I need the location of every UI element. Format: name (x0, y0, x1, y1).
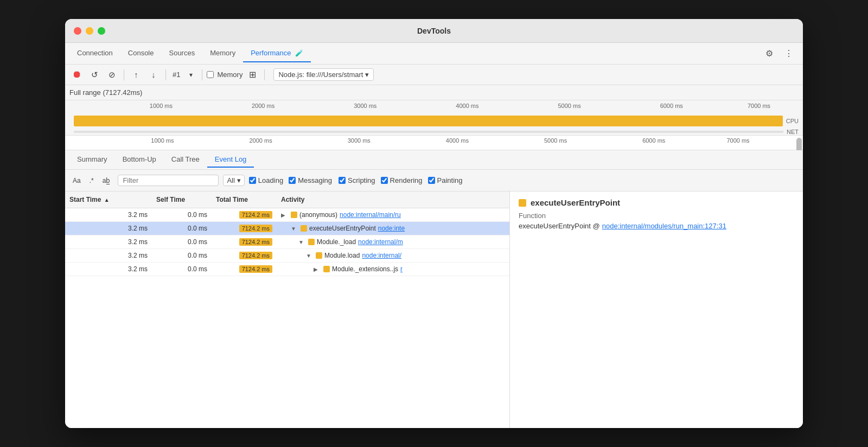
traffic-lights (74, 27, 105, 35)
table-row[interactable]: 3.2 ms 0.0 ms 7124.2 ms ▶ (anonymous) no… (65, 208, 509, 222)
td-total-time-3: 7124.2 ms (212, 249, 277, 262)
tab-connection[interactable]: Connection (69, 44, 120, 62)
table-panel: Start Time ▲ Self Time Total Time Activi… (65, 191, 510, 428)
td-start-time-3: 3.2 ms (65, 249, 152, 262)
loading-checkbox[interactable] (249, 177, 256, 184)
toolbar-separator-3 (202, 69, 202, 80)
activity-link-4[interactable]: r (400, 265, 403, 273)
td-activity-1: ▼ executeUserEntryPoint node:inte (277, 222, 509, 235)
toolbar-separator-4 (264, 69, 265, 80)
minimize-button[interactable] (86, 27, 93, 35)
toolbar-separator-1 (124, 69, 124, 80)
tab-event-log[interactable]: Event Log (207, 152, 254, 168)
ruler-bottom-4000: 4000 ms (446, 137, 469, 144)
detail-fn-text: executeUserEntryPoint @ (519, 222, 600, 230)
time-badge-3: 7124.2 ms (239, 252, 272, 259)
td-self-time-2: 0.0 ms (152, 235, 212, 248)
rendering-checkbox[interactable] (381, 177, 388, 184)
expand-arrow-4[interactable]: ▶ (314, 266, 321, 272)
toolbar-separator-2 (165, 69, 166, 80)
ruler-marks-bottom: 1000 ms 2000 ms 3000 ms 4000 ms 5000 ms … (74, 137, 776, 148)
memory-checkbox[interactable] (207, 71, 214, 78)
settings-icon[interactable]: ⚙ (762, 46, 777, 61)
timeline-scrollbar[interactable] (796, 138, 802, 150)
time-badge-2: 7124.2 ms (239, 238, 272, 246)
table-body: 3.2 ms 0.0 ms 7124.2 ms ▶ (anonymous) no… (65, 208, 509, 428)
tab-summary[interactable]: Summary (69, 152, 115, 168)
timeline-ruler-bottom: 1000 ms 2000 ms 3000 ms 4000 ms 5000 ms … (65, 135, 803, 150)
expand-arrow-3[interactable]: ▼ (306, 253, 314, 259)
scripting-checkbox[interactable] (339, 177, 346, 184)
more-icon[interactable]: ⋮ (781, 46, 796, 61)
filter-aa-button[interactable]: Aa (69, 176, 84, 186)
expand-arrow-0[interactable]: ▶ (281, 212, 289, 218)
import-button[interactable]: ↓ (146, 67, 161, 82)
filter-loading-check[interactable]: Loading (249, 176, 283, 184)
tab-icons: ⚙ ⋮ (762, 46, 796, 61)
detail-icon (519, 199, 526, 207)
td-activity-0: ▶ (anonymous) node:internal/main/ru (277, 208, 509, 221)
th-start-time[interactable]: Start Time ▲ (65, 194, 152, 206)
filter-painting-check[interactable]: Painting (428, 176, 463, 184)
node-selector-dropdown[interactable]: Node.js: file:///Users/stmart ▾ (273, 68, 374, 81)
tab-sources[interactable]: Sources (161, 44, 202, 62)
detail-fn-row: executeUserEntryPoint @ node:internal/mo… (519, 222, 794, 230)
net-bar (74, 131, 783, 133)
table-row[interactable]: 3.2 ms 0.0 ms 7124.2 ms ▼ Module._load n… (65, 235, 509, 249)
activity-link-3[interactable]: node:internal/ (362, 252, 401, 259)
messaging-checkbox[interactable] (289, 177, 296, 184)
table-row[interactable]: 3.2 ms 0.0 ms 7124.2 ms ▶ Module._extens… (65, 263, 509, 276)
td-start-time-0: 3.2 ms (65, 208, 152, 221)
filter-rendering-check[interactable]: Rendering (381, 176, 423, 184)
filter-messaging-check[interactable]: Messaging (289, 176, 332, 184)
tab-call-tree[interactable]: Call Tree (164, 152, 207, 168)
close-button[interactable] (74, 27, 81, 35)
expand-arrow-1[interactable]: ▼ (291, 226, 298, 232)
detail-fn-link[interactable]: node:internal/modules/run_main:127:31 (602, 222, 726, 230)
ruler-bottom-1000: 1000 ms (151, 137, 174, 144)
maximize-button[interactable] (98, 27, 105, 35)
detail-title-row: executeUserEntryPoint (519, 198, 794, 207)
cpu-bar (74, 116, 783, 126)
memory-checkbox-label[interactable]: Memory (207, 71, 242, 79)
filter-case-button[interactable]: ab̲ (99, 176, 114, 186)
net-bar-container: NET (74, 129, 799, 135)
filter-input[interactable] (123, 176, 214, 184)
th-total-time[interactable]: Total Time (212, 194, 277, 206)
activity-link-2[interactable]: node:internal/m (358, 238, 403, 246)
cpu-icon[interactable]: ⊞ (245, 67, 260, 82)
clear-button[interactable]: ⊘ (104, 67, 119, 82)
th-self-time[interactable]: Self Time (152, 194, 212, 206)
filter-scripting-check[interactable]: Scripting (339, 176, 375, 184)
ruler-bottom-3000: 3000 ms (348, 137, 371, 144)
record-button[interactable]: ⏺ (69, 67, 85, 82)
filter-all-dropdown[interactable]: All ▾ (223, 175, 244, 186)
ruler-mark-4000: 4000 ms (456, 103, 478, 109)
detail-title: executeUserEntryPoint (531, 198, 620, 207)
tab-performance[interactable]: Performance 🧪 (243, 44, 311, 62)
activity-icon-2 (308, 239, 315, 245)
th-activity[interactable]: Activity (277, 194, 509, 206)
td-activity-3: ▼ Module.load node:internal/ (277, 249, 509, 262)
table-row[interactable]: 3.2 ms 0.0 ms 7124.2 ms ▼ Module.load no… (65, 249, 509, 263)
tab-bottom-up[interactable]: Bottom-Up (115, 152, 164, 168)
toolbar: ⏺ ↺ ⊘ ↑ ↓ #1 ▾ Memory ⊞ Node.js: file://… (65, 65, 803, 85)
table-row[interactable]: 3.2 ms 0.0 ms 7124.2 ms ▼ executeUserEnt… (65, 222, 509, 235)
tab-console[interactable]: Console (120, 44, 162, 62)
activity-link-0[interactable]: node:internal/main/ru (340, 211, 401, 219)
ruler-bottom-7000: 7000 ms (726, 137, 749, 144)
table-header: Start Time ▲ Self Time Total Time Activi… (65, 191, 509, 208)
tab-memory[interactable]: Memory (202, 44, 243, 62)
reload-button[interactable]: ↺ (87, 67, 102, 82)
export-button[interactable]: ↑ (129, 67, 144, 82)
activity-link-1[interactable]: node:inte (378, 225, 405, 232)
devtools-body: Connection Console Sources Memory Perfor… (65, 43, 803, 428)
activity-text-1: executeUserEntryPoint (309, 225, 376, 232)
record-dropdown[interactable]: ▾ (184, 68, 197, 81)
filter-regex-button[interactable]: .* (86, 176, 97, 186)
td-activity-2: ▼ Module._load node:internal/m (277, 235, 509, 248)
tab-bar-tabs: Connection Console Sources Memory Perfor… (69, 44, 311, 62)
td-total-time-4: 7124.2 ms (212, 263, 277, 276)
expand-arrow-2[interactable]: ▼ (298, 239, 306, 245)
painting-checkbox[interactable] (428, 177, 435, 184)
